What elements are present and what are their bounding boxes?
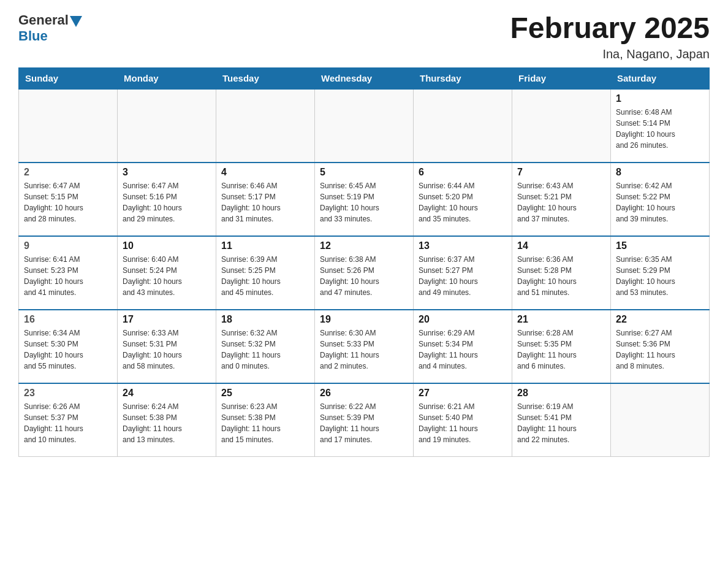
day-number: 12 <box>320 240 408 251</box>
day-number: 28 <box>517 388 605 399</box>
day-info: Sunrise: 6:47 AM Sunset: 5:16 PM Dayligh… <box>123 180 211 224</box>
day-info: Sunrise: 6:29 AM Sunset: 5:34 PM Dayligh… <box>419 327 507 372</box>
day-cell: 3Sunrise: 6:47 AM Sunset: 5:16 PM Daylig… <box>118 163 216 236</box>
day-number: 15 <box>616 240 704 251</box>
day-cell: 18Sunrise: 6:32 AM Sunset: 5:32 PM Dayli… <box>216 310 315 383</box>
day-info: Sunrise: 6:30 AM Sunset: 5:33 PM Dayligh… <box>320 327 408 372</box>
day-info: Sunrise: 6:28 AM Sunset: 5:35 PM Dayligh… <box>517 327 605 372</box>
day-number: 11 <box>221 240 309 251</box>
day-number: 16 <box>24 314 112 325</box>
day-header-monday: Monday <box>118 67 216 89</box>
day-number: 24 <box>123 388 211 399</box>
day-cell: 20Sunrise: 6:29 AM Sunset: 5:34 PM Dayli… <box>414 310 512 383</box>
day-cell: 13Sunrise: 6:37 AM Sunset: 5:27 PM Dayli… <box>414 236 512 310</box>
day-number: 18 <box>221 314 309 325</box>
day-cell: 4Sunrise: 6:46 AM Sunset: 5:17 PM Daylig… <box>216 163 315 236</box>
day-cell: 17Sunrise: 6:33 AM Sunset: 5:31 PM Dayli… <box>118 310 216 383</box>
day-number: 25 <box>221 388 309 399</box>
week-row-3: 9Sunrise: 6:41 AM Sunset: 5:23 PM Daylig… <box>19 236 710 310</box>
day-cell: 26Sunrise: 6:22 AM Sunset: 5:39 PM Dayli… <box>315 383 414 457</box>
logo-text-general: General <box>18 12 69 28</box>
day-cell: 12Sunrise: 6:38 AM Sunset: 5:26 PM Dayli… <box>315 236 414 310</box>
day-number: 20 <box>419 314 507 325</box>
day-cell: 10Sunrise: 6:40 AM Sunset: 5:24 PM Dayli… <box>118 236 216 310</box>
day-cell: 21Sunrise: 6:28 AM Sunset: 5:35 PM Dayli… <box>512 310 611 383</box>
week-row-5: 23Sunrise: 6:26 AM Sunset: 5:37 PM Dayli… <box>19 383 710 457</box>
day-number: 10 <box>123 240 211 251</box>
logo-text-blue: Blue <box>18 28 48 44</box>
day-cell <box>19 89 118 163</box>
calendar-subtitle: Ina, Nagano, Japan <box>510 47 710 61</box>
day-header-saturday: Saturday <box>611 67 710 89</box>
day-header-friday: Friday <box>512 67 611 89</box>
day-number: 2 <box>24 167 112 178</box>
day-number: 17 <box>123 314 211 325</box>
title-block: February 2025 Ina, Nagano, Japan <box>510 12 710 61</box>
week-row-1: 1Sunrise: 6:48 AM Sunset: 5:14 PM Daylig… <box>19 89 710 163</box>
day-cell <box>216 89 315 163</box>
day-number: 13 <box>419 240 507 251</box>
day-number: 9 <box>24 240 112 251</box>
day-number: 22 <box>616 314 704 325</box>
day-info: Sunrise: 6:42 AM Sunset: 5:22 PM Dayligh… <box>616 180 704 224</box>
day-info: Sunrise: 6:44 AM Sunset: 5:20 PM Dayligh… <box>419 180 507 224</box>
day-info: Sunrise: 6:41 AM Sunset: 5:23 PM Dayligh… <box>24 254 112 298</box>
logo-triangle-icon <box>70 16 82 27</box>
day-cell: 15Sunrise: 6:35 AM Sunset: 5:29 PM Dayli… <box>611 236 710 310</box>
day-cell: 23Sunrise: 6:26 AM Sunset: 5:37 PM Dayli… <box>19 383 118 457</box>
day-cell: 28Sunrise: 6:19 AM Sunset: 5:41 PM Dayli… <box>512 383 611 457</box>
day-info: Sunrise: 6:46 AM Sunset: 5:17 PM Dayligh… <box>221 180 309 224</box>
week-row-2: 2Sunrise: 6:47 AM Sunset: 5:15 PM Daylig… <box>19 163 710 236</box>
day-cell: 11Sunrise: 6:39 AM Sunset: 5:25 PM Dayli… <box>216 236 315 310</box>
day-info: Sunrise: 6:23 AM Sunset: 5:38 PM Dayligh… <box>221 401 309 445</box>
day-number: 14 <box>517 240 605 251</box>
day-cell: 5Sunrise: 6:45 AM Sunset: 5:19 PM Daylig… <box>315 163 414 236</box>
day-info: Sunrise: 6:39 AM Sunset: 5:25 PM Dayligh… <box>221 254 309 298</box>
day-number: 6 <box>419 167 507 178</box>
day-info: Sunrise: 6:45 AM Sunset: 5:19 PM Dayligh… <box>320 180 408 224</box>
day-info: Sunrise: 6:43 AM Sunset: 5:21 PM Dayligh… <box>517 180 605 224</box>
day-info: Sunrise: 6:48 AM Sunset: 5:14 PM Dayligh… <box>616 107 704 151</box>
day-number: 26 <box>320 388 408 399</box>
day-cell: 2Sunrise: 6:47 AM Sunset: 5:15 PM Daylig… <box>19 163 118 236</box>
week-row-4: 16Sunrise: 6:34 AM Sunset: 5:30 PM Dayli… <box>19 310 710 383</box>
day-cell <box>512 89 611 163</box>
day-cell <box>611 383 710 457</box>
day-info: Sunrise: 6:24 AM Sunset: 5:38 PM Dayligh… <box>123 401 211 445</box>
day-info: Sunrise: 6:36 AM Sunset: 5:28 PM Dayligh… <box>517 254 605 298</box>
day-info: Sunrise: 6:34 AM Sunset: 5:30 PM Dayligh… <box>24 327 112 372</box>
day-cell: 19Sunrise: 6:30 AM Sunset: 5:33 PM Dayli… <box>315 310 414 383</box>
day-cell: 1Sunrise: 6:48 AM Sunset: 5:14 PM Daylig… <box>611 89 710 163</box>
day-info: Sunrise: 6:33 AM Sunset: 5:31 PM Dayligh… <box>123 327 211 372</box>
page-header: General Blue February 2025 Ina, Nagano, … <box>18 12 710 61</box>
day-number: 7 <box>517 167 605 178</box>
day-cell <box>118 89 216 163</box>
day-cell: 27Sunrise: 6:21 AM Sunset: 5:40 PM Dayli… <box>414 383 512 457</box>
day-info: Sunrise: 6:35 AM Sunset: 5:29 PM Dayligh… <box>616 254 704 298</box>
header-row: SundayMondayTuesdayWednesdayThursdayFrid… <box>19 67 710 89</box>
day-info: Sunrise: 6:37 AM Sunset: 5:27 PM Dayligh… <box>419 254 507 298</box>
day-number: 19 <box>320 314 408 325</box>
day-info: Sunrise: 6:19 AM Sunset: 5:41 PM Dayligh… <box>517 401 605 445</box>
day-number: 1 <box>616 93 704 104</box>
day-info: Sunrise: 6:47 AM Sunset: 5:15 PM Dayligh… <box>24 180 112 224</box>
day-cell: 22Sunrise: 6:27 AM Sunset: 5:36 PM Dayli… <box>611 310 710 383</box>
day-info: Sunrise: 6:38 AM Sunset: 5:26 PM Dayligh… <box>320 254 408 298</box>
day-cell: 16Sunrise: 6:34 AM Sunset: 5:30 PM Dayli… <box>19 310 118 383</box>
day-cell: 14Sunrise: 6:36 AM Sunset: 5:28 PM Dayli… <box>512 236 611 310</box>
day-info: Sunrise: 6:32 AM Sunset: 5:32 PM Dayligh… <box>221 327 309 372</box>
day-number: 5 <box>320 167 408 178</box>
day-info: Sunrise: 6:40 AM Sunset: 5:24 PM Dayligh… <box>123 254 211 298</box>
day-cell: 7Sunrise: 6:43 AM Sunset: 5:21 PM Daylig… <box>512 163 611 236</box>
logo: General Blue <box>18 12 82 44</box>
day-cell: 9Sunrise: 6:41 AM Sunset: 5:23 PM Daylig… <box>19 236 118 310</box>
day-info: Sunrise: 6:21 AM Sunset: 5:40 PM Dayligh… <box>419 401 507 445</box>
day-number: 3 <box>123 167 211 178</box>
day-info: Sunrise: 6:27 AM Sunset: 5:36 PM Dayligh… <box>616 327 704 372</box>
day-info: Sunrise: 6:26 AM Sunset: 5:37 PM Dayligh… <box>24 401 112 445</box>
day-cell: 25Sunrise: 6:23 AM Sunset: 5:38 PM Dayli… <box>216 383 315 457</box>
day-number: 21 <box>517 314 605 325</box>
day-number: 4 <box>221 167 309 178</box>
day-header-tuesday: Tuesday <box>216 67 315 89</box>
day-header-thursday: Thursday <box>414 67 512 89</box>
